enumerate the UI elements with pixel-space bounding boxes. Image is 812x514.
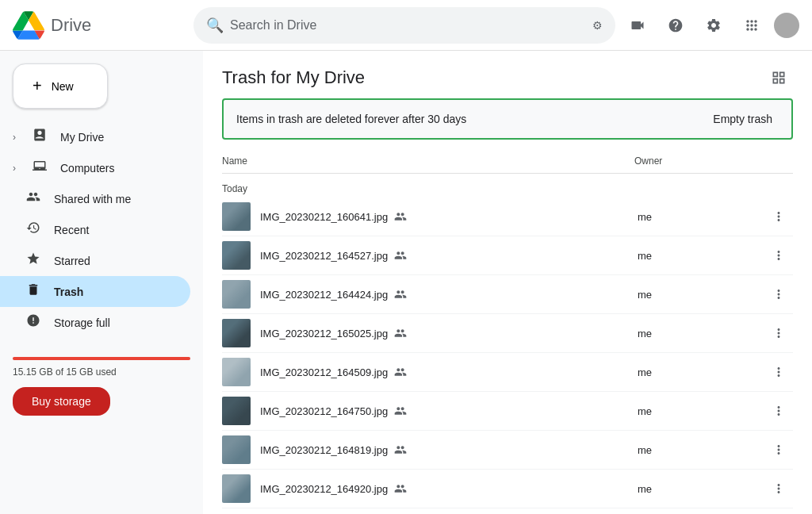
file-thumbnail xyxy=(222,202,251,231)
file-list: IMG_20230212_160641.jpg me IMG_20230212_… xyxy=(222,198,793,508)
help-icon-btn[interactable] xyxy=(660,10,691,41)
shared-icon xyxy=(394,210,407,223)
storage-text: 15.15 GB of 15 GB used xyxy=(13,366,190,378)
file-owner: me xyxy=(638,328,764,339)
new-button[interactable]: + New xyxy=(13,63,108,109)
file-owner: me xyxy=(638,366,764,378)
main-content: Trash for My Drive Items in trash are de… xyxy=(203,51,812,514)
meeting-icon-btn[interactable] xyxy=(622,10,653,41)
file-info: IMG_20230212_164819.jpg xyxy=(260,443,638,456)
more-options-button[interactable] xyxy=(764,241,793,270)
search-input[interactable] xyxy=(230,18,586,33)
table-header: Name Owner xyxy=(222,149,793,174)
more-options-button[interactable] xyxy=(764,397,793,425)
sidebar-item-shared-with-me[interactable]: Shared with me xyxy=(0,183,190,214)
sidebar: + New › My Drive › Computers Shared with… xyxy=(0,51,203,514)
file-thumbnail xyxy=(222,241,251,270)
logo-area: Drive xyxy=(13,10,187,41)
file-thumbnail xyxy=(222,280,251,309)
more-options-button[interactable] xyxy=(764,280,793,309)
filter-icon[interactable]: ⚙ xyxy=(592,19,603,32)
table-row[interactable]: IMG_20230212_164920.jpg me xyxy=(222,470,793,508)
file-info: IMG_20230212_160641.jpg xyxy=(260,210,638,223)
table-row[interactable]: IMG_20230212_165025.jpg me xyxy=(222,314,793,353)
col-header-name: Name xyxy=(222,155,634,167)
file-name: IMG_20230212_164527.jpg xyxy=(260,250,388,262)
file-info: IMG_20230212_164750.jpg xyxy=(260,405,638,417)
file-thumbnail xyxy=(222,397,251,425)
file-thumbnail xyxy=(222,435,251,464)
header-actions xyxy=(622,10,799,41)
recent-icon xyxy=(25,221,41,239)
search-bar[interactable]: 🔍 ⚙ xyxy=(193,7,615,44)
more-options-button[interactable] xyxy=(764,319,793,347)
file-thumbnail xyxy=(222,319,251,347)
new-plus-icon: + xyxy=(33,77,42,95)
file-owner: me xyxy=(638,250,764,262)
table-row[interactable]: IMG_20230212_164819.jpg me xyxy=(222,431,793,470)
apps-icon-btn[interactable] xyxy=(736,10,768,41)
more-options-button[interactable] xyxy=(764,474,793,503)
file-owner: me xyxy=(638,444,764,456)
shared-icon xyxy=(394,249,407,262)
sidebar-item-starred[interactable]: Starred xyxy=(0,245,190,276)
shared-icon xyxy=(394,405,407,417)
more-options-button[interactable] xyxy=(764,358,793,386)
storage-fill xyxy=(13,357,190,360)
computers-icon xyxy=(32,159,48,177)
table-row[interactable]: IMG_20230212_164509.jpg me xyxy=(222,353,793,392)
app-name: Drive xyxy=(51,15,91,36)
file-thumbnail xyxy=(222,474,251,503)
grid-view-icon xyxy=(771,70,787,86)
avatar[interactable] xyxy=(774,13,799,38)
more-vert-icon xyxy=(772,326,786,340)
file-table: Name Owner Today IMG_20230212_160641.jpg… xyxy=(203,149,812,514)
more-vert-icon xyxy=(772,248,786,263)
table-row[interactable]: IMG_20230212_160641.jpg me xyxy=(222,198,793,236)
main-header: Trash for My Drive xyxy=(203,51,812,98)
more-vert-icon xyxy=(772,287,786,301)
shared-icon xyxy=(394,288,407,301)
file-owner: me xyxy=(638,483,764,495)
shared-icon xyxy=(394,482,407,495)
starred-icon xyxy=(25,251,41,270)
file-owner: me xyxy=(638,211,764,223)
expand-icon-computers: › xyxy=(13,163,16,174)
app-header: Drive 🔍 ⚙ xyxy=(0,0,812,51)
file-owner: me xyxy=(638,405,764,417)
app-body: + New › My Drive › Computers Shared with… xyxy=(0,51,812,514)
help-icon xyxy=(668,17,684,33)
file-name: IMG_20230212_164819.jpg xyxy=(260,444,388,456)
shared-with-me-icon xyxy=(25,190,41,208)
table-row[interactable]: IMG_20230212_164424.jpg me xyxy=(222,275,793,314)
expand-icon: › xyxy=(13,132,16,143)
settings-icon-btn[interactable] xyxy=(698,10,730,41)
section-today-label: Today xyxy=(222,174,793,198)
apps-icon xyxy=(744,17,760,33)
sidebar-item-computers[interactable]: › Computers xyxy=(0,152,190,183)
my-drive-icon xyxy=(32,128,48,146)
file-info: IMG_20230212_165025.jpg xyxy=(260,327,638,339)
storage-warning-icon xyxy=(25,313,41,332)
sidebar-item-recent[interactable]: Recent xyxy=(0,214,190,245)
more-vert-icon xyxy=(772,404,786,418)
sidebar-item-storage-full[interactable]: Storage full xyxy=(0,307,190,338)
storage-bar xyxy=(13,357,190,360)
grid-view-button[interactable] xyxy=(764,63,793,92)
sidebar-item-trash[interactable]: Trash xyxy=(0,276,190,307)
table-row[interactable]: IMG_20230212_164527.jpg me xyxy=(222,236,793,275)
shared-icon xyxy=(394,443,407,456)
more-options-button[interactable] xyxy=(764,435,793,464)
storage-section: 15.15 GB of 15 GB used Buy storage xyxy=(0,338,203,428)
more-vert-icon xyxy=(772,365,786,379)
more-options-button[interactable] xyxy=(764,202,793,231)
meet-icon xyxy=(630,17,645,33)
sidebar-item-my-drive[interactable]: › My Drive xyxy=(0,121,190,152)
buy-storage-button[interactable]: Buy storage xyxy=(13,387,110,416)
table-row[interactable]: IMG_20230212_164750.jpg me xyxy=(222,392,793,431)
page-title: Trash for My Drive xyxy=(222,67,365,88)
more-vert-icon xyxy=(772,209,786,224)
col-header-owner: Owner xyxy=(634,155,761,167)
empty-trash-button[interactable]: Empty trash xyxy=(707,109,779,128)
file-name: IMG_20230212_164920.jpg xyxy=(260,483,388,495)
